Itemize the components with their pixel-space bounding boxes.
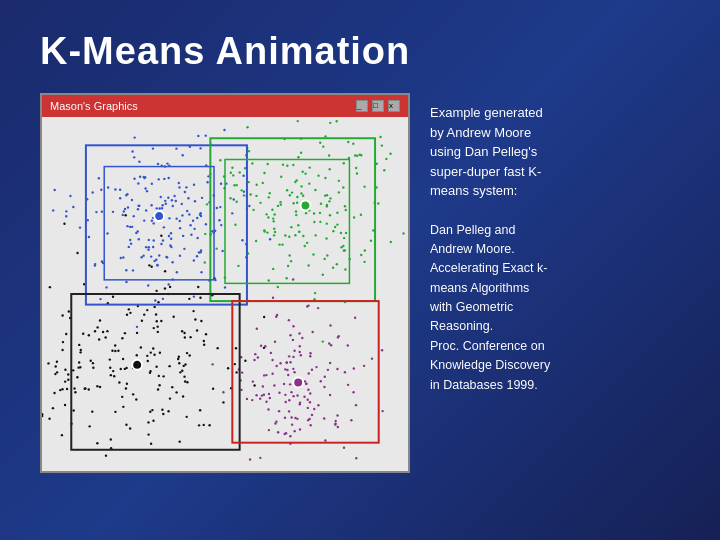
- example-line3: using Dan Pelleg's: [430, 142, 680, 162]
- citation-line8: Knowledge Discovery: [430, 356, 680, 375]
- minimize-button[interactable]: _: [356, 100, 368, 112]
- frame-buttons: _ □ x: [356, 100, 400, 112]
- example-text-block: Example generated by Andrew Moore using …: [430, 103, 680, 201]
- scatter-canvas: [42, 117, 408, 471]
- content-area: Mason's Graphics _ □ x Example generated…: [40, 93, 680, 473]
- citation-line6: Reasoning.: [430, 317, 680, 336]
- frame-title-text: Mason's Graphics: [50, 100, 138, 112]
- citation-line7: Proc. Conference on: [430, 337, 680, 356]
- close-button[interactable]: x: [388, 100, 400, 112]
- slide-container: K-Means Animation Mason's Graphics _ □ x…: [0, 0, 720, 540]
- citation-line1: Dan Pelleg and: [430, 221, 680, 240]
- citation-line5: with Geometric: [430, 298, 680, 317]
- frame-titlebar: Mason's Graphics _ □ x: [42, 95, 408, 117]
- citation-line4: means Algorithms: [430, 279, 680, 298]
- example-line1: Example generated: [430, 103, 680, 123]
- example-line4: super-duper fast K-: [430, 162, 680, 182]
- animation-frame: Mason's Graphics _ □ x: [40, 93, 410, 473]
- citation-line2: Andrew Moore.: [430, 240, 680, 259]
- right-panel: Example generated by Andrew Moore using …: [430, 93, 680, 395]
- citation-text-block: Dan Pelleg and Andrew Moore. Acceleratin…: [430, 221, 680, 395]
- citation-line3: Accelerating Exact k-: [430, 259, 680, 278]
- example-line5: means system:: [430, 181, 680, 201]
- slide-title: K-Means Animation: [40, 30, 680, 73]
- frame-content: [42, 117, 408, 471]
- citation-line9: in Databases 1999.: [430, 376, 680, 395]
- example-line2: by Andrew Moore: [430, 123, 680, 143]
- maximize-button[interactable]: □: [372, 100, 384, 112]
